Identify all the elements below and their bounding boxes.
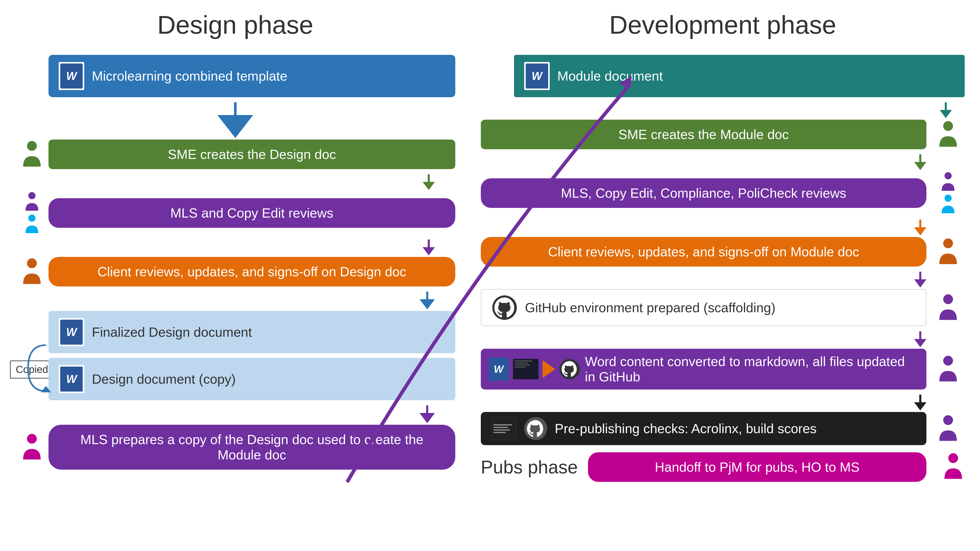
person-magenta2-icon xyxy=(942,453,965,481)
github-mini-svg xyxy=(561,360,579,378)
word-icon-copy: W xyxy=(59,365,84,393)
client-design-row: Client reviews, updates, and signs-off o… xyxy=(15,257,455,286)
module-document-label: Module document xyxy=(557,68,663,84)
handoff-box: Handoff to PjM for pubs, HO to MS xyxy=(588,452,926,482)
github-scaffolding-content: GitHub environment prepared (scaffolding… xyxy=(481,289,926,326)
client-module-content: Client reviews, updates, and signs-off o… xyxy=(481,237,926,267)
svg-point-8 xyxy=(945,172,952,179)
handoff-label: Handoff to PjM for pubs, HO to MS xyxy=(655,459,860,475)
github-person-right xyxy=(932,294,965,322)
design-copy-label: Design document (copy) xyxy=(92,372,236,387)
copied-section: Copied W Design document (copy) xyxy=(15,358,455,400)
pre-publishing-label: Pre-publishing checks: Acrolinx, build s… xyxy=(555,421,916,436)
microlearning-label: Microlearning combined template xyxy=(92,68,287,84)
arrow-after-copy xyxy=(15,405,455,423)
mls-prepares-label: MLS prepares a copy of the Design doc us… xyxy=(59,432,445,462)
main-layout: Design phase W Microlearning combined te… xyxy=(15,10,965,541)
pre-pub-person-right xyxy=(932,414,965,443)
word-icon-module: W xyxy=(524,62,550,90)
client-design-content: Client reviews, updates, and signs-off o… xyxy=(48,257,455,286)
design-copy-box: W Design document (copy) xyxy=(48,358,455,400)
sme-design-label: SME creates the Design doc xyxy=(168,147,336,162)
pre-pub-line2 xyxy=(493,427,508,428)
pre-publishing-row: Pre-publishing checks: Acrolinx, build s… xyxy=(481,412,965,445)
word-icon-inner: W xyxy=(60,64,83,89)
pre-pub-code-thumb xyxy=(491,417,517,440)
pre-pub-line1 xyxy=(493,424,512,426)
mls-person-icons xyxy=(15,192,48,234)
sme-design-content: SME creates the Design doc xyxy=(48,140,455,169)
mls-reviews-label: MLS, Copy Edit, Compliance, PoliCheck re… xyxy=(561,186,846,201)
mls-reviews-row: MLS, Copy Edit, Compliance, PoliCheck re… xyxy=(481,171,965,214)
person-purple-hair2-icon xyxy=(937,414,959,443)
word-to-github-box: W xyxy=(481,349,926,389)
person-teal-right-icon xyxy=(939,194,957,214)
arrow-after-sme-module xyxy=(481,154,965,170)
word-to-github-label: Word content converted to markdown, all … xyxy=(585,354,919,384)
svg-point-1 xyxy=(28,192,35,199)
word-icon-microlearning: W xyxy=(59,62,84,90)
pre-publishing-box: Pre-publishing checks: Acrolinx, build s… xyxy=(481,412,926,445)
client-module-person-right xyxy=(932,238,965,266)
github-prepub-svg xyxy=(526,419,545,438)
svg-point-10 xyxy=(943,238,953,248)
person-purple2-right-icon xyxy=(937,294,959,322)
finalized-design-label: Finalized Design document xyxy=(92,324,252,340)
svg-point-0 xyxy=(27,141,37,151)
finalized-design-box: W Finalized Design document xyxy=(48,311,455,353)
person-green-icon xyxy=(21,140,43,168)
microlearning-box: W Microlearning combined template xyxy=(48,55,455,97)
sme-module-person-right xyxy=(932,121,965,148)
mls-prepares-box: MLS prepares a copy of the Design doc us… xyxy=(48,425,455,470)
person-purple-hair-icon xyxy=(937,355,959,383)
microlearning-template-box: W Microlearning combined template xyxy=(48,55,455,97)
arrow-after-sme xyxy=(15,174,455,190)
pre-publishing-content: Pre-publishing checks: Acrolinx, build s… xyxy=(481,412,926,445)
github-scaffolding-row: GitHub environment prepared (scaffolding… xyxy=(481,289,965,326)
github-scaffolding-box: GitHub environment prepared (scaffolding… xyxy=(481,289,926,326)
sme-module-row: SME creates the Module doc xyxy=(481,120,965,149)
svg-marker-4 xyxy=(41,386,51,392)
sme-module-label: SME creates the Module doc xyxy=(618,127,789,142)
mls-copy-row: MLS and Copy Edit reviews xyxy=(15,192,455,234)
word-icon-inner-module: W xyxy=(526,64,548,89)
person-teal-icon xyxy=(23,214,41,234)
client-design-label: Client reviews, updates, and signs-off o… xyxy=(97,264,406,279)
person-purple-icon xyxy=(23,192,41,212)
pubs-phase-row: Pubs phase Handoff to PjM for pubs, HO t… xyxy=(481,452,965,482)
person-magenta-icon xyxy=(21,433,43,461)
word-mini-inner: W xyxy=(488,358,509,381)
arrow-after-client xyxy=(15,292,455,310)
svg-point-9 xyxy=(945,195,952,202)
design-copy-content: W Design document (copy) xyxy=(48,358,455,400)
development-phase-title: Development phase xyxy=(609,10,836,40)
svg-point-12 xyxy=(943,294,953,304)
arrow-after-microlearning xyxy=(15,102,455,138)
arrow-after-github xyxy=(481,331,965,347)
github-scaffolding-label: GitHub environment prepared (scaffolding… xyxy=(525,300,776,315)
handoff-content: Handoff to PjM for pubs, HO to MS xyxy=(588,452,926,482)
github-mini-icon xyxy=(559,359,580,380)
finalized-design-row: W Finalized Design document xyxy=(15,311,455,353)
client-person-icon xyxy=(15,258,48,286)
arrow-after-conversion xyxy=(481,395,965,410)
client-design-box: Client reviews, updates, and signs-off o… xyxy=(48,257,455,286)
word-to-github-row: W xyxy=(481,349,965,389)
word-icon-inner-copy: W xyxy=(60,367,83,392)
code-thumbnail xyxy=(513,359,538,380)
word-icon-inner-fin: W xyxy=(60,320,83,345)
mls-copy-box: MLS and Copy Edit reviews xyxy=(48,198,455,228)
person-purple-right-icon xyxy=(939,171,957,192)
word-to-github-content: W xyxy=(481,349,926,389)
module-document-row: W Module document xyxy=(481,55,965,97)
word-mini-icon: W xyxy=(488,358,509,381)
conversion-arrow1 xyxy=(542,360,555,378)
svg-point-15 xyxy=(948,453,958,463)
svg-point-5 xyxy=(27,434,37,444)
module-document-box: W Module document xyxy=(514,55,965,97)
code-line4 xyxy=(514,367,526,368)
conversion-visuals: W xyxy=(488,358,580,381)
code-line1 xyxy=(514,360,532,362)
microlearning-template-row: W Microlearning combined template xyxy=(15,55,455,97)
pre-pub-line4 xyxy=(493,432,506,433)
